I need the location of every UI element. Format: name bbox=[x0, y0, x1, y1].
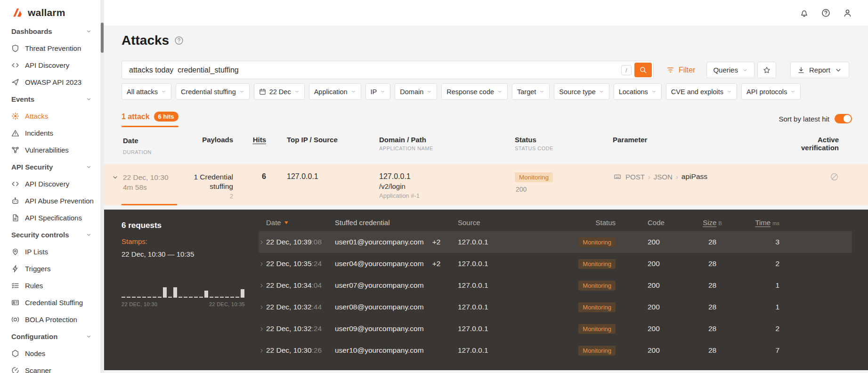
column-header-top-ip-source[interactable]: Top IP / Source bbox=[287, 136, 379, 144]
chevron-down-icon bbox=[835, 66, 842, 74]
sidebar-item-label: Vulnerabilities bbox=[25, 146, 69, 154]
sidebar-item-label: API Discovery bbox=[25, 180, 69, 188]
help-icon[interactable] bbox=[821, 8, 830, 17]
column-header-status[interactable]: Status bbox=[541, 219, 616, 227]
request-row[interactable]: 22 Dec, 10:39:08user01@yourcompany.com+2… bbox=[259, 231, 852, 253]
column-header-date[interactable]: DateDURATION bbox=[123, 136, 186, 157]
sidebar-item-ip-lists[interactable]: IP Lists bbox=[0, 243, 100, 260]
request-more-count[interactable]: +2 bbox=[432, 259, 441, 268]
sidebar-section-configuration[interactable]: Configuration bbox=[0, 328, 100, 345]
request-row[interactable]: 22 Dec, 10:32:24user09@yourcompany.com12… bbox=[259, 318, 852, 340]
sidebar-item-owasp-api-2023[interactable]: OWASP API 2023 bbox=[0, 73, 100, 90]
favorite-query-button[interactable] bbox=[757, 62, 776, 78]
sidebar-section-api-security[interactable]: API Security bbox=[0, 158, 100, 175]
filter-chip-api-protocols[interactable]: API protocols bbox=[741, 83, 801, 100]
collapse-row-icon[interactable] bbox=[112, 174, 119, 181]
filter-chip-all-attacks[interactable]: All attacks bbox=[122, 83, 171, 100]
filter-chip-credential-stuffing[interactable]: Credential stuffing bbox=[176, 83, 250, 100]
sidebar-item-incidents[interactable]: Incidents bbox=[0, 124, 100, 141]
chevron-right-icon[interactable] bbox=[259, 326, 265, 332]
filter-chip-source-type[interactable]: Source type bbox=[554, 83, 609, 100]
column-header-code[interactable]: Code bbox=[648, 219, 690, 227]
sort-toggle[interactable] bbox=[835, 114, 852, 123]
user-icon[interactable] bbox=[843, 8, 852, 17]
sidebar-item-nodes[interactable]: Nodes bbox=[0, 345, 100, 362]
filter-chip-locations[interactable]: Locations bbox=[614, 83, 662, 100]
request-row[interactable]: 22 Dec, 10:35:24user04@yourcompany.com+2… bbox=[259, 253, 852, 275]
column-sublabel: STATUS CODE bbox=[515, 146, 613, 151]
sidebar-item-attacks[interactable]: Attacks bbox=[0, 107, 100, 124]
column-header-status[interactable]: StatusSTATUS CODE bbox=[515, 136, 613, 151]
chevron-right-icon[interactable] bbox=[259, 348, 265, 354]
column-header-stuffed-credential[interactable]: Stuffed credential bbox=[335, 219, 458, 227]
column-header-active-verification[interactable]: Active verification bbox=[768, 136, 844, 152]
search-input[interactable] bbox=[122, 61, 653, 79]
filter-chip-application[interactable]: Application bbox=[309, 83, 361, 100]
sidebar-item-triggers[interactable]: Triggers bbox=[0, 260, 100, 277]
request-row[interactable]: 22 Dec, 10:30:26user10@yourcompany.com12… bbox=[259, 340, 852, 361]
report-button[interactable]: Report bbox=[790, 62, 849, 78]
chevron-right-icon[interactable] bbox=[259, 261, 265, 267]
request-size: 28 bbox=[690, 346, 735, 355]
queries-dropdown[interactable]: Queries bbox=[706, 62, 754, 78]
shield-icon bbox=[11, 44, 19, 52]
sidebar-item-vulnerabilities[interactable]: Vulnerabilities bbox=[0, 141, 100, 158]
column-header-size[interactable]: Size B bbox=[690, 219, 735, 227]
sidebar-scrollbar[interactable] bbox=[100, 0, 104, 373]
wallarm-logo[interactable]: wallarm bbox=[0, 0, 100, 23]
search-box[interactable]: / bbox=[122, 61, 654, 79]
search-button[interactable] bbox=[634, 63, 652, 77]
sidebar-item-scanner[interactable]: Scanner bbox=[0, 362, 100, 373]
filter-chip-cve-and-exploits[interactable]: CVE and exploits bbox=[666, 83, 737, 100]
attack-top-ip[interactable]: 127.0.0.1 bbox=[287, 172, 379, 181]
filter-chip-domain[interactable]: Domain bbox=[395, 83, 437, 100]
sidebar-item-api-discovery[interactable]: API Discovery bbox=[0, 57, 100, 73]
tab-attack-results[interactable]: 1 attack 6 hits bbox=[122, 112, 178, 127]
chevron-right-icon[interactable] bbox=[259, 283, 265, 289]
checklist-icon bbox=[11, 282, 19, 290]
column-header-source[interactable]: Source bbox=[458, 219, 541, 227]
request-more-count[interactable]: +2 bbox=[432, 238, 441, 246]
attack-row[interactable]: 22 Dec, 10:30 4m 58s 1 Credential stuffi… bbox=[104, 164, 868, 205]
filter-chip-response-code[interactable]: Response code bbox=[441, 83, 508, 100]
request-row[interactable]: 22 Dec, 10:32:44user08@yourcompany.com12… bbox=[259, 296, 852, 318]
column-header-date[interactable]: Date bbox=[266, 219, 335, 227]
chevron-right-icon[interactable] bbox=[259, 239, 265, 245]
sidebar-item-bola-protection[interactable]: BOLA Protection bbox=[0, 311, 100, 328]
filter-chip-ip[interactable]: IP bbox=[365, 83, 391, 100]
filter-button[interactable]: Filter bbox=[666, 66, 696, 74]
sidebar-section-dashboards[interactable]: Dashboards bbox=[0, 23, 100, 40]
filter-chip-label: All attacks bbox=[127, 88, 158, 96]
column-header-time[interactable]: Time ms bbox=[735, 219, 779, 227]
attack-payload[interactable]: 1 Credential stuffing bbox=[186, 172, 233, 191]
page-help-icon[interactable] bbox=[174, 36, 184, 45]
attack-path[interactable]: /v2/login bbox=[379, 182, 515, 190]
sidebar-item-threat-prevention[interactable]: Threat Prevention bbox=[0, 40, 100, 57]
sidebar-section-events[interactable]: Events bbox=[0, 90, 100, 107]
sidebar-item-api-discovery[interactable]: API Discovery bbox=[0, 175, 100, 192]
requests-rows: 22 Dec, 10:39:08user01@yourcompany.com+2… bbox=[259, 231, 852, 361]
sidebar-item-api-specifications[interactable]: API Specifications bbox=[0, 209, 100, 226]
histogram-axis: 22 DEC, 10:30 22 DEC, 10:35 bbox=[122, 301, 245, 307]
bell-icon[interactable] bbox=[800, 8, 809, 17]
sidebar-item-credential-stuffing[interactable]: Credential Stuffing bbox=[0, 294, 100, 311]
chevron-down-icon bbox=[86, 164, 92, 170]
attack-date-cell: 22 Dec, 10:30 4m 58s bbox=[123, 172, 186, 192]
filter-chip-target[interactable]: Target bbox=[512, 83, 550, 100]
sidebar-section-security-controls[interactable]: Security controls bbox=[0, 226, 100, 243]
column-header-hits[interactable]: Hits bbox=[233, 136, 266, 144]
column-header-parameter[interactable]: Parameter bbox=[613, 136, 768, 144]
sidebar-item-api-abuse-prevention[interactable]: API Abuse Prevention bbox=[0, 192, 100, 209]
column-header-domain-path[interactable]: Domain / PathAPPLICATION NAME bbox=[379, 136, 515, 151]
filter-chip-label: Credential stuffing bbox=[181, 88, 236, 96]
sidebar-item-rules[interactable]: Rules bbox=[0, 277, 100, 294]
scrollbar-thumb[interactable] bbox=[101, 23, 104, 53]
column-header-payloads[interactable]: Payloads bbox=[186, 136, 233, 144]
request-credential: user10@yourcompany.com bbox=[335, 346, 458, 355]
attack-domain[interactable]: 127.0.0.1 bbox=[379, 172, 515, 181]
request-time: 2 bbox=[735, 259, 779, 268]
chevron-right-icon[interactable] bbox=[259, 304, 265, 310]
attack-count-label: 1 attack bbox=[122, 113, 150, 121]
request-row[interactable]: 22 Dec, 10:34:04user07@yourcompany.com12… bbox=[259, 275, 852, 296]
filter-chip-22-dec[interactable]: 22 Dec bbox=[254, 83, 305, 100]
